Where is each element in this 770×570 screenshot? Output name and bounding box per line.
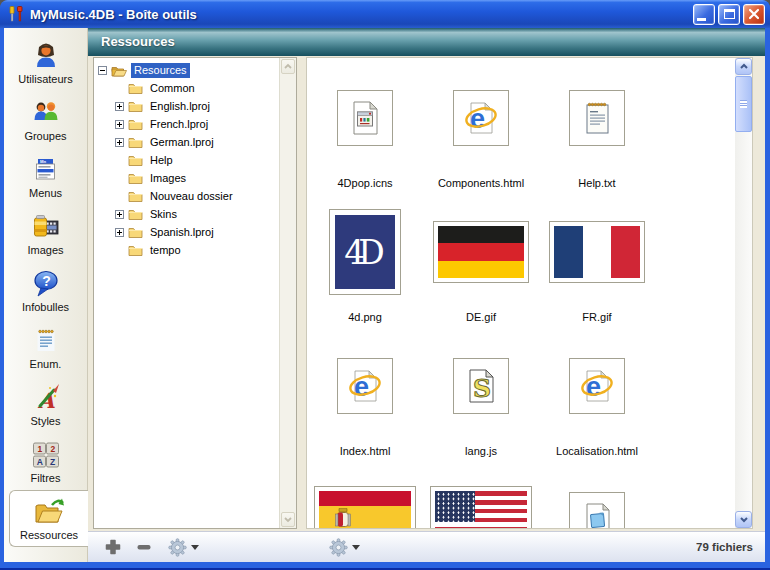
4d-logo-icon: 4D: [329, 209, 401, 295]
sidebar-item-ressources[interactable]: Ressources: [9, 490, 88, 547]
tree-actions-menu-button[interactable]: [168, 538, 199, 557]
tree-row-spanish[interactable]: Spanish.lproj: [98, 223, 279, 241]
tree-label[interactable]: tempo: [147, 243, 184, 258]
expand-icon[interactable]: [115, 210, 124, 219]
sidebar-item-label: Images: [27, 244, 63, 256]
close-icon: [748, 8, 760, 20]
file-item[interactable]: DE.gif: [423, 208, 539, 342]
tree-label[interactable]: Skins: [147, 207, 180, 222]
tree-label[interactable]: Nouveau dossier: [147, 189, 236, 204]
file-item[interactable]: 4D 4d.png: [307, 208, 423, 342]
file-item[interactable]: [539, 476, 655, 528]
tree-row-tempo[interactable]: tempo: [98, 241, 279, 259]
add-button[interactable]: [104, 538, 122, 556]
tree-row-common[interactable]: Common: [98, 79, 279, 97]
folder-icon: [128, 118, 143, 130]
folder-icon: [128, 226, 143, 238]
js-file-icon: S: [453, 358, 509, 414]
chevron-down-icon: [352, 545, 360, 550]
tree-label[interactable]: Help: [147, 153, 176, 168]
gear-icon: [168, 538, 187, 557]
sidebar-item-groupes[interactable]: Groupes: [4, 91, 87, 148]
tree-row-nouveau-dossier[interactable]: Nouveau dossier: [98, 187, 279, 205]
file-name: Components.html: [438, 177, 524, 189]
scroll-down-icon[interactable]: [281, 512, 295, 527]
list-actions-menu-button[interactable]: [329, 538, 360, 557]
expand-icon[interactable]: [115, 102, 124, 111]
minimize-button[interactable]: [693, 4, 715, 25]
notepad-icon: [31, 326, 61, 356]
resources-folder-icon: [33, 497, 65, 527]
scrollbar-thumb[interactable]: [735, 76, 752, 132]
collapse-icon[interactable]: [98, 66, 107, 75]
ie-html-icon: e: [337, 358, 393, 414]
scroll-down-icon[interactable]: [735, 511, 752, 528]
text-file-icon: [569, 90, 625, 146]
tree-label[interactable]: Spanish.lproj: [147, 225, 217, 240]
file-item[interactable]: e Localisation.html: [539, 342, 655, 476]
filter-keys-icon: 1 2 A Z: [31, 440, 61, 470]
sidebar-item-styles[interactable]: A Styles: [4, 376, 87, 433]
titlebar[interactable]: MyMusic.4DB - Boîte outils: [0, 0, 770, 28]
sidebar-item-infobulles[interactable]: ? Infobulles: [4, 262, 87, 319]
file-item[interactable]: 4Dpop.icns: [307, 74, 423, 208]
maximize-button[interactable]: [718, 4, 740, 25]
film-roll-icon: [31, 212, 61, 242]
sidebar-item-images[interactable]: Images: [4, 205, 87, 262]
tree-row-images[interactable]: Images: [98, 169, 279, 187]
sidebar-item-utilisateurs[interactable]: Utilisateurs: [4, 34, 87, 91]
tree-label[interactable]: English.lproj: [147, 99, 213, 114]
file-item[interactable]: FR.gif: [539, 208, 655, 342]
file-item[interactable]: [423, 476, 539, 528]
svg-text:2: 2: [50, 443, 55, 453]
sidebar-item-label: Menus: [29, 187, 62, 199]
tree-label[interactable]: Images: [147, 171, 189, 186]
sidebar-item-enum[interactable]: Enum.: [4, 319, 87, 376]
tree-label[interactable]: French.lproj: [147, 117, 211, 132]
file-item[interactable]: S lang.js: [423, 342, 539, 476]
folder-icon: [128, 244, 143, 256]
scroll-up-icon[interactable]: [281, 59, 295, 74]
file-name: 4Dpop.icns: [337, 177, 392, 189]
file-name: FR.gif: [582, 311, 611, 323]
tree-row-french[interactable]: French.lproj: [98, 115, 279, 133]
expand-icon[interactable]: [115, 138, 124, 147]
remove-button[interactable]: [135, 538, 153, 556]
file-item[interactable]: e Components.html: [423, 74, 539, 208]
sidebar-item-menus[interactable]: Mn Menus: [4, 148, 87, 205]
folder-icon: [128, 136, 143, 148]
tree-row-help[interactable]: Help: [98, 151, 279, 169]
tree-label[interactable]: Resources: [131, 63, 190, 78]
svg-text:S: S: [473, 374, 491, 403]
folder-icon: [128, 172, 143, 184]
tree-row-english[interactable]: English.lproj: [98, 97, 279, 115]
tree-label[interactable]: German.lproj: [147, 135, 217, 150]
tree-scrollbar[interactable]: [279, 58, 296, 528]
file-name: DE.gif: [466, 311, 496, 323]
folder-icon: [128, 208, 143, 220]
scroll-up-icon[interactable]: [735, 58, 752, 75]
sidebar-item-filtres[interactable]: 1 2 A Z Filtres: [4, 433, 87, 490]
tooltip-bubble-icon: ?: [31, 269, 61, 299]
expand-icon[interactable]: [115, 228, 124, 237]
sidebar-item-label: Groupes: [24, 130, 66, 142]
spain-crest-icon: [335, 508, 351, 528]
svg-text:?: ?: [42, 272, 51, 288]
flag-germany-icon: [433, 221, 529, 283]
tree-row-skins[interactable]: Skins: [98, 205, 279, 223]
file-item[interactable]: [307, 476, 423, 528]
file-item[interactable]: Help.txt: [539, 74, 655, 208]
file-scrollbar[interactable]: [735, 58, 752, 528]
tree-row-german[interactable]: German.lproj: [98, 133, 279, 151]
flag-usa-icon: [430, 486, 532, 528]
close-button[interactable]: [743, 4, 765, 25]
file-item[interactable]: e Index.html: [307, 342, 423, 476]
chevron-down-icon: [191, 545, 199, 550]
sidebar: Utilisateurs Groupes Mn: [4, 28, 88, 562]
user-icon: [31, 41, 61, 71]
svg-text:Mn: Mn: [40, 159, 46, 164]
expand-icon[interactable]: [115, 120, 124, 129]
tree-row-resources[interactable]: Resources: [98, 61, 279, 79]
plus-icon: [104, 538, 122, 556]
tree-label[interactable]: Common: [147, 81, 198, 96]
